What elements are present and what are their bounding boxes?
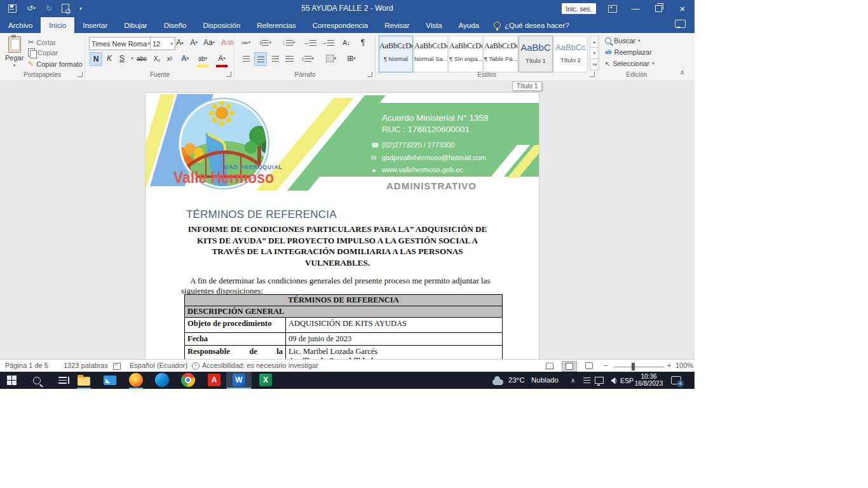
font-dialog-launcher[interactable] <box>226 72 231 77</box>
taskbar-chrome[interactable] <box>181 373 195 387</box>
clock[interactable]: 10:36 16/8/2023 <box>634 373 663 387</box>
sign-in-button[interactable]: Inic. ses. <box>562 3 596 14</box>
subscript-button[interactable]: X₂ <box>151 52 163 65</box>
copy-button[interactable]: Copiar <box>28 48 58 57</box>
style-table-paragraph[interactable]: AaBbCcDc ¶ Table Pa... <box>484 36 518 72</box>
zoom-slider-handle[interactable] <box>632 363 635 370</box>
paragraph-dialog-launcher[interactable] <box>367 72 372 77</box>
tab-referencias[interactable]: Referencias <box>248 17 304 33</box>
document-page[interactable]: GAD PARROQUIAL Valle Hermoso Acuerdo Min… <box>145 92 539 359</box>
tab-correspondencia[interactable]: Correspondencia <box>304 17 377 33</box>
proofing-icon[interactable] <box>113 363 121 371</box>
taskbar-search-button[interactable] <box>25 372 48 389</box>
show-marks-button[interactable]: ¶ <box>357 36 369 49</box>
align-right-button[interactable] <box>269 52 281 65</box>
read-mode-button[interactable] <box>543 361 557 370</box>
paste-button[interactable]: Pegar ▾ <box>5 36 24 68</box>
taskbar-word[interactable]: W <box>232 373 246 387</box>
shading-button[interactable]: ▾ <box>325 52 337 65</box>
underline-dropdown-arrow[interactable]: ▾ <box>131 56 133 61</box>
task-view-button[interactable] <box>51 372 74 389</box>
accessibility-status[interactable]: Accesibilidad: es necesario investigar <box>202 362 318 369</box>
change-case-button[interactable]: Aa▾ <box>203 36 215 49</box>
taskbar-firefox[interactable] <box>129 373 143 387</box>
style-titulo-1[interactable]: AaBbC Título 1 <box>519 36 553 72</box>
increase-indent-button[interactable]: → <box>322 36 334 49</box>
replace-button[interactable]: ab Reemplazar <box>605 48 652 56</box>
align-left-button[interactable] <box>240 52 252 65</box>
comment-icon[interactable] <box>675 20 686 28</box>
tab-dibujar[interactable]: Dibujar <box>116 17 155 33</box>
taskbar-explorer[interactable] <box>77 373 91 387</box>
superscript-button[interactable]: x² <box>164 52 175 65</box>
zoom-out-button[interactable]: − <box>604 362 607 369</box>
italic-button[interactable]: K <box>104 52 115 65</box>
line-spacing-button[interactable]: ↕▾ <box>301 52 314 65</box>
cut-button[interactable]: ✂ Cortar <box>28 38 56 46</box>
language-indicator[interactable]: Español (Ecuador) <box>130 362 187 369</box>
format-painter-button[interactable]: ✎ Copiar formato <box>28 60 83 68</box>
zoom-level[interactable]: 100% <box>675 362 693 369</box>
network-icon[interactable] <box>592 372 606 389</box>
style-normal[interactable]: AaBbCcDc ¶ Normal <box>379 36 413 72</box>
styles-dialog-launcher[interactable] <box>590 72 595 77</box>
tab-diseno[interactable]: Diseño <box>156 17 195 33</box>
sort-button[interactable]: A↓ <box>341 36 352 49</box>
taskbar-excel[interactable]: X <box>259 373 273 387</box>
tab-revisar[interactable]: Revisar <box>376 17 417 33</box>
document-canvas[interactable]: GAD PARROQUIAL Valle Hermoso Acuerdo Min… <box>0 80 695 359</box>
shrink-font-button[interactable]: A▾ <box>188 36 200 49</box>
volume-icon[interactable]: ) <box>605 372 619 389</box>
tray-expand-chevron[interactable]: ∧ <box>571 377 575 384</box>
collapse-ribbon-button[interactable]: ∧ <box>680 69 684 76</box>
taskbar-acrobat[interactable]: A <box>207 373 221 387</box>
font-size-combo[interactable]: 12 ▾ <box>150 37 175 50</box>
start-button[interactable] <box>0 372 23 389</box>
accessibility-icon[interactable] <box>192 362 200 371</box>
select-button[interactable]: ↖ Seleccionar ▾ <box>605 60 654 67</box>
minimize-button[interactable]: — <box>625 0 646 17</box>
text-effects-button[interactable]: A▾ <box>179 52 191 65</box>
numbering-button[interactable]: 1▾ <box>259 36 271 49</box>
style-sin-espaciado[interactable]: AaBbCcDc ¶ Sin espa... <box>449 36 483 72</box>
style-normal-sa[interactable]: AaBbCcDc Normal Sa... <box>414 36 448 72</box>
find-button[interactable]: Buscar ▾ <box>605 37 641 44</box>
grow-font-button[interactable]: A▴ <box>174 36 186 49</box>
zoom-slider-track[interactable] <box>614 367 665 367</box>
close-button[interactable]: × <box>672 0 693 17</box>
align-center-button[interactable] <box>254 52 267 66</box>
style-titulo-2[interactable]: AaBbCc Título 2 <box>553 36 588 72</box>
tell-me-box[interactable]: ¿Qué desea hacer? <box>487 17 576 33</box>
tab-vista[interactable]: Vista <box>417 17 450 33</box>
tab-archivo[interactable]: Archivo <box>0 17 41 33</box>
multilevel-list-button[interactable]: ⋮▾ <box>281 36 295 49</box>
tray-lines-icon[interactable] <box>580 372 593 389</box>
font-family-combo[interactable]: Times New Roman ▾ <box>89 37 153 50</box>
web-layout-button[interactable] <box>582 361 596 370</box>
tab-disposicion[interactable]: Disposición <box>194 17 248 33</box>
decrease-indent-button[interactable]: ← <box>304 36 316 49</box>
strikethrough-button[interactable]: abc <box>136 52 147 65</box>
page-indicator[interactable]: Página 1 de 5 <box>5 362 48 369</box>
clear-formatting-button[interactable]: A⌫ <box>221 36 233 49</box>
font-color-button[interactable]: A▾ <box>216 52 227 67</box>
taskbar-edge[interactable] <box>155 373 169 387</box>
bold-button[interactable]: N <box>90 52 102 66</box>
input-language[interactable]: ESP <box>620 377 634 384</box>
tab-insertar[interactable]: Insertar <box>74 17 116 33</box>
tab-inicio[interactable]: Inicio <box>41 17 74 33</box>
taskbar-mail[interactable] <box>103 373 117 387</box>
weather-icon[interactable] <box>489 372 506 389</box>
word-count[interactable]: 1323 palabras <box>64 362 108 369</box>
tab-ayuda[interactable]: Ayuda <box>451 17 487 33</box>
bullets-button[interactable]: ≔▾ <box>240 36 252 49</box>
notification-center-button[interactable]: 4 <box>666 372 686 389</box>
ribbon-display-options-button[interactable] <box>602 0 623 17</box>
taskbar-weather-label[interactable]: Nublado <box>531 376 559 384</box>
justify-button[interactable] <box>283 52 295 65</box>
clipboard-dialog-launcher[interactable] <box>78 72 83 77</box>
restore-button[interactable] <box>648 0 668 17</box>
print-layout-button[interactable] <box>562 361 577 372</box>
zoom-in-button[interactable]: + <box>667 362 671 369</box>
highlight-button[interactable]: ab▾ <box>197 52 208 67</box>
